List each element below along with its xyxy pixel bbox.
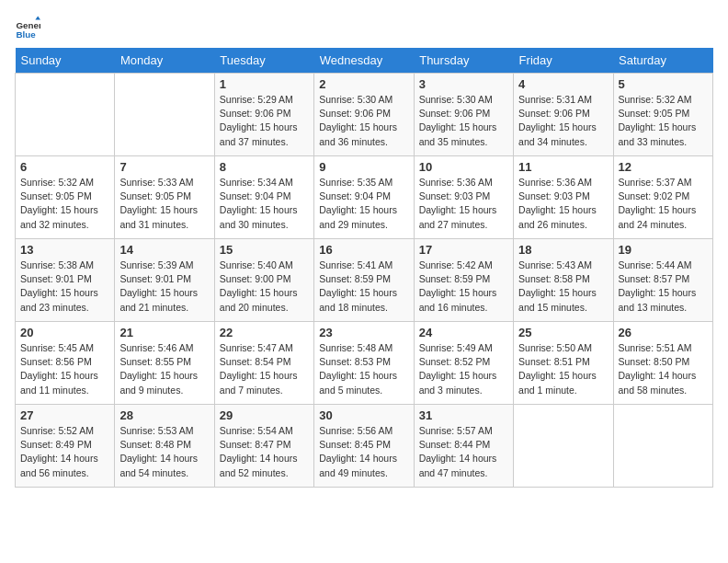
weekday-header-friday: Friday — [514, 48, 613, 74]
day-number: 5 — [619, 77, 708, 91]
calendar-cell — [514, 405, 613, 488]
day-number: 4 — [518, 77, 608, 91]
day-info: Sunrise: 5:45 AM Sunset: 8:56 PM Dayligh… — [20, 341, 109, 397]
day-info: Sunrise: 5:36 AM Sunset: 9:03 PM Dayligh… — [518, 176, 608, 232]
day-number: 21 — [119, 326, 209, 339]
calendar-cell: 6Sunrise: 5:32 AM Sunset: 9:05 PM Daylig… — [16, 156, 115, 239]
day-number: 28 — [119, 408, 209, 422]
weekday-header-sunday: Sunday — [16, 48, 115, 74]
day-info: Sunrise: 5:30 AM Sunset: 9:06 PM Dayligh… — [319, 93, 408, 149]
day-info: Sunrise: 5:48 AM Sunset: 8:53 PM Dayligh… — [319, 341, 408, 397]
calendar-cell — [115, 74, 214, 156]
day-info: Sunrise: 5:34 AM Sunset: 9:04 PM Dayligh… — [220, 176, 309, 232]
day-number: 20 — [20, 326, 109, 339]
day-number: 10 — [419, 160, 508, 174]
calendar-cell: 7Sunrise: 5:33 AM Sunset: 9:05 PM Daylig… — [115, 156, 214, 239]
day-info: Sunrise: 5:53 AM Sunset: 8:48 PM Dayligh… — [119, 424, 209, 480]
day-info: Sunrise: 5:33 AM Sunset: 9:05 PM Dayligh… — [119, 176, 209, 232]
day-number: 25 — [518, 326, 608, 339]
day-number: 27 — [20, 408, 109, 422]
calendar-cell: 29Sunrise: 5:54 AM Sunset: 8:47 PM Dayli… — [214, 405, 313, 488]
calendar-cell: 23Sunrise: 5:48 AM Sunset: 8:53 PM Dayli… — [314, 322, 414, 405]
day-info: Sunrise: 5:44 AM Sunset: 8:57 PM Dayligh… — [619, 259, 708, 315]
week-row-1: 1Sunrise: 5:29 AM Sunset: 9:06 PM Daylig… — [16, 74, 713, 156]
calendar-cell: 21Sunrise: 5:46 AM Sunset: 8:55 PM Dayli… — [115, 322, 214, 405]
week-row-4: 20Sunrise: 5:45 AM Sunset: 8:56 PM Dayli… — [16, 322, 713, 405]
calendar-cell: 24Sunrise: 5:49 AM Sunset: 8:52 PM Dayli… — [414, 322, 513, 405]
weekday-header-row: SundayMondayTuesdayWednesdayThursdayFrid… — [16, 48, 713, 74]
calendar-cell: 4Sunrise: 5:31 AM Sunset: 9:06 PM Daylig… — [514, 74, 613, 156]
day-number: 2 — [319, 77, 408, 91]
day-info: Sunrise: 5:40 AM Sunset: 9:00 PM Dayligh… — [220, 259, 309, 315]
calendar-cell: 5Sunrise: 5:32 AM Sunset: 9:05 PM Daylig… — [613, 74, 712, 156]
day-number: 19 — [619, 243, 708, 257]
day-info: Sunrise: 5:49 AM Sunset: 8:52 PM Dayligh… — [419, 341, 508, 397]
calendar-cell: 13Sunrise: 5:38 AM Sunset: 9:01 PM Dayli… — [16, 239, 115, 322]
day-number: 8 — [220, 160, 309, 174]
day-info: Sunrise: 5:39 AM Sunset: 9:01 PM Dayligh… — [119, 259, 209, 315]
day-number: 30 — [319, 408, 408, 422]
weekday-header-thursday: Thursday — [414, 48, 513, 74]
week-row-3: 13Sunrise: 5:38 AM Sunset: 9:01 PM Dayli… — [16, 239, 713, 322]
calendar-cell: 17Sunrise: 5:42 AM Sunset: 8:59 PM Dayli… — [414, 239, 513, 322]
day-number: 18 — [518, 243, 608, 257]
calendar-cell: 25Sunrise: 5:50 AM Sunset: 8:51 PM Dayli… — [514, 322, 613, 405]
day-info: Sunrise: 5:35 AM Sunset: 9:04 PM Dayligh… — [319, 176, 408, 232]
calendar-cell: 1Sunrise: 5:29 AM Sunset: 9:06 PM Daylig… — [214, 74, 313, 156]
day-info: Sunrise: 5:30 AM Sunset: 9:06 PM Dayligh… — [419, 93, 508, 149]
day-info: Sunrise: 5:50 AM Sunset: 8:51 PM Dayligh… — [518, 341, 608, 397]
day-number: 13 — [20, 243, 109, 257]
week-row-2: 6Sunrise: 5:32 AM Sunset: 9:05 PM Daylig… — [16, 156, 713, 239]
calendar-cell: 3Sunrise: 5:30 AM Sunset: 9:06 PM Daylig… — [414, 74, 513, 156]
logo: General Blue — [15, 15, 44, 40]
calendar-cell: 28Sunrise: 5:53 AM Sunset: 8:48 PM Dayli… — [115, 405, 214, 488]
calendar-cell: 16Sunrise: 5:41 AM Sunset: 8:59 PM Dayli… — [314, 239, 414, 322]
day-info: Sunrise: 5:32 AM Sunset: 9:05 PM Dayligh… — [20, 176, 109, 232]
svg-text:Blue: Blue — [16, 29, 36, 40]
svg-marker-2 — [35, 16, 40, 19]
day-number: 26 — [619, 326, 708, 339]
day-info: Sunrise: 5:37 AM Sunset: 9:02 PM Dayligh… — [619, 176, 708, 232]
day-number: 3 — [419, 77, 508, 91]
weekday-header-tuesday: Tuesday — [214, 48, 313, 74]
weekday-header-monday: Monday — [115, 48, 214, 74]
day-number: 17 — [419, 243, 508, 257]
calendar-cell: 15Sunrise: 5:40 AM Sunset: 9:00 PM Dayli… — [214, 239, 313, 322]
day-number: 22 — [220, 326, 309, 339]
calendar-cell: 27Sunrise: 5:52 AM Sunset: 8:49 PM Dayli… — [16, 405, 115, 488]
calendar-cell: 12Sunrise: 5:37 AM Sunset: 9:02 PM Dayli… — [613, 156, 712, 239]
day-number: 24 — [419, 326, 508, 339]
day-number: 31 — [419, 408, 508, 422]
day-info: Sunrise: 5:29 AM Sunset: 9:06 PM Dayligh… — [220, 93, 309, 149]
day-number: 12 — [619, 160, 708, 174]
day-info: Sunrise: 5:36 AM Sunset: 9:03 PM Dayligh… — [419, 176, 508, 232]
day-number: 7 — [119, 160, 209, 174]
day-info: Sunrise: 5:54 AM Sunset: 8:47 PM Dayligh… — [220, 424, 309, 480]
calendar-cell — [16, 74, 115, 156]
day-info: Sunrise: 5:52 AM Sunset: 8:49 PM Dayligh… — [20, 424, 109, 480]
day-number: 29 — [220, 408, 309, 422]
calendar-cell: 18Sunrise: 5:43 AM Sunset: 8:58 PM Dayli… — [514, 239, 613, 322]
day-number: 9 — [319, 160, 408, 174]
calendar-cell: 9Sunrise: 5:35 AM Sunset: 9:04 PM Daylig… — [314, 156, 414, 239]
day-info: Sunrise: 5:57 AM Sunset: 8:44 PM Dayligh… — [419, 424, 508, 480]
day-number: 16 — [319, 243, 408, 257]
day-info: Sunrise: 5:42 AM Sunset: 8:59 PM Dayligh… — [419, 259, 508, 315]
logo-icon: General Blue — [15, 15, 40, 40]
day-number: 23 — [319, 326, 408, 339]
calendar-cell: 11Sunrise: 5:36 AM Sunset: 9:03 PM Dayli… — [514, 156, 613, 239]
calendar-cell: 20Sunrise: 5:45 AM Sunset: 8:56 PM Dayli… — [16, 322, 115, 405]
day-info: Sunrise: 5:31 AM Sunset: 9:06 PM Dayligh… — [518, 93, 608, 149]
header: General Blue — [15, 15, 713, 40]
calendar-cell: 8Sunrise: 5:34 AM Sunset: 9:04 PM Daylig… — [214, 156, 313, 239]
calendar-cell: 14Sunrise: 5:39 AM Sunset: 9:01 PM Dayli… — [115, 239, 214, 322]
day-info: Sunrise: 5:32 AM Sunset: 9:05 PM Dayligh… — [619, 93, 708, 149]
weekday-header-saturday: Saturday — [613, 48, 712, 74]
calendar-cell: 31Sunrise: 5:57 AM Sunset: 8:44 PM Dayli… — [414, 405, 513, 488]
day-info: Sunrise: 5:47 AM Sunset: 8:54 PM Dayligh… — [220, 341, 309, 397]
day-info: Sunrise: 5:46 AM Sunset: 8:55 PM Dayligh… — [119, 341, 209, 397]
weekday-header-wednesday: Wednesday — [314, 48, 414, 74]
week-row-5: 27Sunrise: 5:52 AM Sunset: 8:49 PM Dayli… — [16, 405, 713, 488]
day-number: 11 — [518, 160, 608, 174]
day-number: 14 — [119, 243, 209, 257]
